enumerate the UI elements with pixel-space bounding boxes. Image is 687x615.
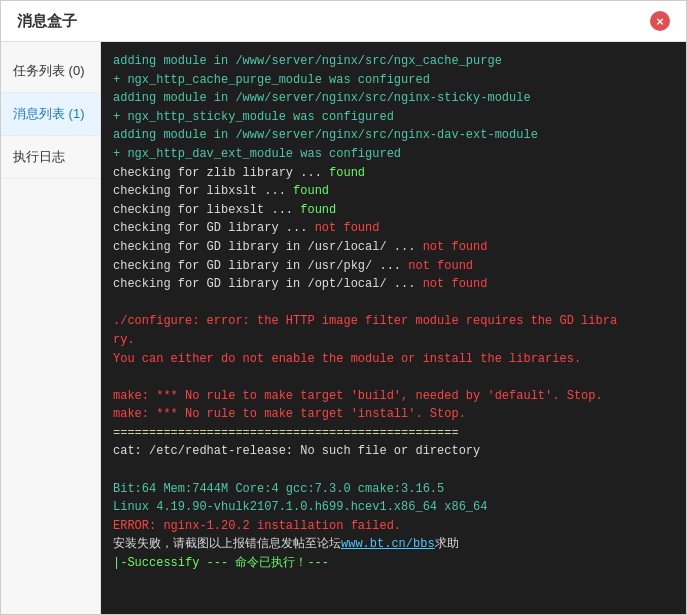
sidebar-item-exec-log[interactable]: 执行日志: [1, 136, 100, 179]
dialog-body: 任务列表 (0) 消息列表 (1) 执行日志 adding module in …: [1, 42, 686, 614]
main-content: adding module in /www/server/nginx/src/n…: [101, 42, 686, 614]
sidebar-item-task-list[interactable]: 任务列表 (0): [1, 50, 100, 93]
sidebar-item-message-list[interactable]: 消息列表 (1): [1, 93, 100, 136]
dialog: 消息盒子 × 任务列表 (0) 消息列表 (1) 执行日志 adding mod…: [0, 0, 687, 615]
close-button[interactable]: ×: [650, 11, 670, 31]
sidebar: 任务列表 (0) 消息列表 (1) 执行日志: [1, 42, 101, 614]
dialog-header: 消息盒子 ×: [1, 1, 686, 42]
dialog-title: 消息盒子: [17, 12, 77, 31]
terminal-output[interactable]: adding module in /www/server/nginx/src/n…: [101, 42, 686, 614]
